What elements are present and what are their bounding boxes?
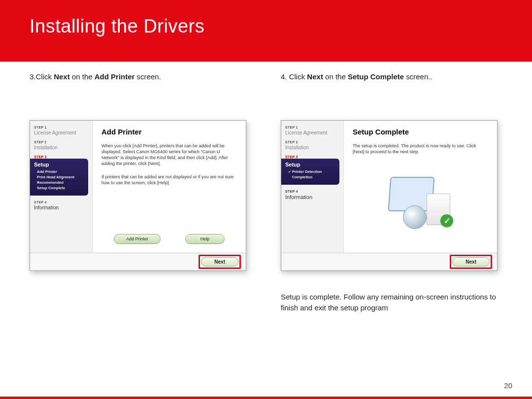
step2-name: Installation	[30, 144, 92, 153]
next-highlight: Next	[450, 255, 492, 269]
step1-label: STEP 1	[281, 124, 343, 129]
add-printer-dialog: STEP 1 License Agreement STEP 2 Installa…	[30, 120, 246, 271]
right-column: 4. Click Next on the Setup Complete scre…	[281, 71, 502, 382]
next-button[interactable]: Next	[452, 257, 490, 266]
content-area: 3.Click Next on the Add Printer screen. …	[0, 62, 532, 397]
step2-label: STEP 2	[30, 138, 92, 144]
checkmark-badge-icon: ✓	[440, 214, 453, 227]
step1-name: License Agreement	[30, 129, 92, 138]
panel-para2: If printers that can be added are not di…	[101, 174, 237, 186]
wizard-sidebar: STEP 1 License Agreement STEP 2 Installa…	[30, 121, 92, 253]
panel-heading: Setup Complete	[353, 128, 488, 136]
wizard-sidebar: STEP 1 License Agreement STEP 2 Installa…	[281, 121, 343, 253]
page-title: Installing the Drivers	[30, 16, 502, 37]
instruction-4: 4. Click Next on the Setup Complete scre…	[281, 71, 502, 82]
step4-name: Information	[30, 204, 92, 213]
dialog-footer: Next	[30, 253, 246, 270]
setup-complete-graphic: ✓	[383, 175, 457, 229]
left-column: 3.Click Next on the Add Printer screen. …	[30, 71, 251, 382]
main-panel: Setup Complete The setup is completed. T…	[343, 121, 497, 253]
setup-block: Setup Printer Detection Completion	[281, 159, 339, 185]
panel-para1: When you click [Add Printer], printers t…	[101, 143, 237, 167]
title-bar: Installing the Drivers	[0, 0, 532, 62]
disc-icon	[403, 205, 427, 229]
setup-block: Setup Add Printer Print Head Alignment R…	[30, 159, 88, 196]
page-number: 20	[504, 381, 512, 390]
add-printer-button[interactable]: Add Printer	[114, 234, 161, 244]
next-button[interactable]: Next	[201, 257, 238, 266]
step4-label: STEP 4	[281, 188, 343, 193]
panel-para1: The setup is completed. The product is n…	[353, 143, 488, 155]
help-button[interactable]: Help	[185, 234, 225, 244]
step4-name: Information	[281, 193, 343, 203]
step3-label: STEP 3	[281, 153, 343, 159]
footnote: Setup is complete. Follow any remaining …	[281, 292, 502, 313]
step2-label: STEP 2	[281, 138, 343, 144]
step1-name: License Agreement	[281, 129, 343, 138]
dialog-footer: Next	[281, 253, 497, 270]
panel-heading: Add Printer	[101, 128, 237, 136]
instruction-3: 3.Click Next on the Add Printer screen.	[30, 71, 251, 82]
next-highlight: Next	[199, 255, 241, 269]
step1-label: STEP 1	[30, 124, 92, 129]
step2-name: Installation	[281, 144, 343, 153]
step3-label: STEP 3	[30, 153, 92, 159]
main-panel: Add Printer When you click [Add Printer]…	[92, 121, 246, 253]
step4-label: STEP 4	[30, 199, 92, 204]
setup-complete-dialog: STEP 1 License Agreement STEP 2 Installa…	[281, 120, 498, 271]
